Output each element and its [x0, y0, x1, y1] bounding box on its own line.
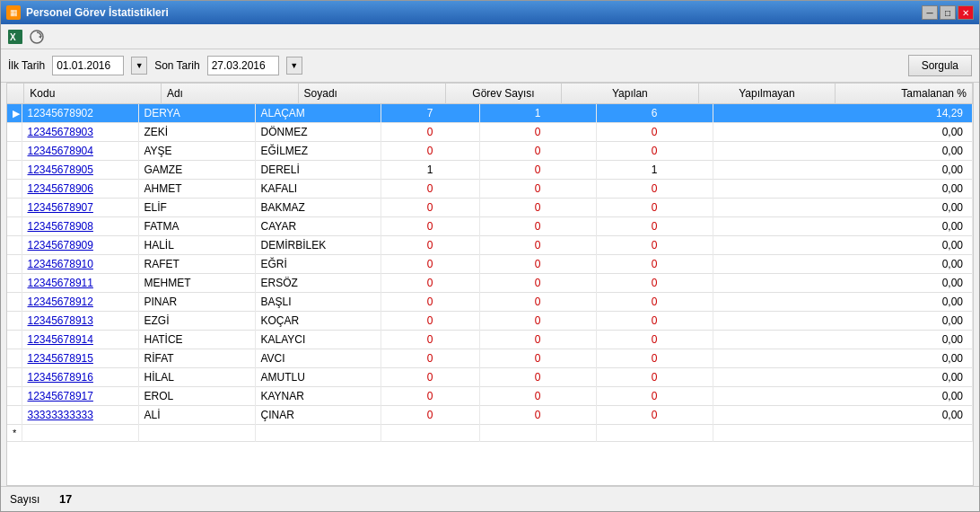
son-tarih-calendar-button[interactable]: ▼ [286, 57, 302, 75]
table-scroll-area[interactable]: ▶12345678902DERYAALAÇAM71614,29123456789… [7, 104, 973, 485]
cell-yapilmayan: 0 [596, 368, 713, 387]
cell-tamamlanan: 0,00 [713, 387, 973, 406]
row-indicator [7, 217, 22, 236]
cell-soyadi: ÇINAR [255, 406, 381, 425]
col-yapilmayan-header[interactable]: Yapılmayan [698, 84, 836, 104]
cell-gorev: 0 [381, 236, 479, 255]
cell-tamamlanan: 0,00 [713, 161, 973, 180]
table-row[interactable]: 12345678915RİFATAVCI0000,00 [7, 349, 973, 368]
cell-kodu: 12345678902 [22, 104, 138, 123]
col-adi-header[interactable]: Adı [161, 84, 298, 104]
table-row[interactable]: 12345678907ELİFBAKMAZ0000,00 [7, 199, 973, 217]
sayisi-value: 17 [45, 492, 72, 506]
new-row-cell [381, 425, 479, 442]
table-header-row: Kodu Adı Soyadı Görev Sayısı Yapılan Yap… [7, 84, 973, 104]
col-kodu-header[interactable]: Kodu [24, 84, 162, 104]
cell-adi: ZEKİ [138, 123, 255, 142]
cell-yapilan: 0 [479, 406, 596, 425]
cell-yapilan: 0 [479, 255, 596, 274]
col-gorev-header[interactable]: Görev Sayısı [445, 84, 561, 104]
cell-tamamlanan: 0,00 [713, 142, 973, 161]
cell-tamamlanan: 0,00 [713, 406, 973, 425]
cell-yapilan: 0 [479, 180, 596, 199]
new-row-cell [479, 425, 596, 442]
row-indicator [7, 161, 22, 180]
new-row[interactable]: * [7, 425, 973, 442]
table-row[interactable]: 12345678914HATİCEKALAYCI0000,00 [7, 331, 973, 349]
title-bar-buttons: ─ □ ✕ [922, 5, 974, 20]
cell-adi: GAMZE [138, 161, 255, 180]
app-icon: ▦ [6, 5, 21, 20]
cell-gorev: 0 [381, 217, 479, 236]
table-row[interactable]: 12345678916HİLALAMUTLU0000,00 [7, 368, 973, 387]
table-row[interactable]: 12345678904AYŞEEĞİLMEZ0000,00 [7, 142, 973, 161]
restore-button[interactable]: □ [940, 5, 956, 20]
table-row[interactable]: 12345678906AHMETKAFALI0000,00 [7, 180, 973, 199]
col-tamamlanan-header[interactable]: Tamalanan % [836, 84, 973, 104]
cell-kodu: 12345678907 [22, 199, 138, 217]
cell-kodu: 12345678905 [22, 161, 138, 180]
new-row-cell [255, 425, 381, 442]
cell-yapilan: 0 [479, 142, 596, 161]
table-row[interactable]: 12345678917EROLKAYNAR0000,00 [7, 387, 973, 406]
table-row[interactable]: 12345678908FATMACAYAR0000,00 [7, 217, 973, 236]
cell-tamamlanan: 0,00 [713, 236, 973, 255]
excel-icon[interactable]: X [6, 28, 24, 46]
ilk-tarih-input[interactable] [52, 56, 124, 75]
table-row[interactable]: 33333333333ALİÇINAR0000,00 [7, 406, 973, 425]
row-indicator [7, 274, 22, 293]
table-row[interactable]: 12345678910RAFETEĞRİ0000,00 [7, 255, 973, 274]
cell-gorev: 0 [381, 123, 479, 142]
cell-tamamlanan: 0,00 [713, 312, 973, 331]
close-button[interactable]: ✕ [958, 5, 974, 20]
sorgula-button[interactable]: Sorgula [908, 55, 972, 76]
cell-kodu: 12345678911 [22, 274, 138, 293]
cell-gorev: 0 [381, 142, 479, 161]
table-row[interactable]: 12345678903ZEKİDÖNMEZ0000,00 [7, 123, 973, 142]
cell-gorev: 0 [381, 199, 479, 217]
son-tarih-input[interactable] [207, 56, 279, 75]
new-row-cell [138, 425, 255, 442]
row-indicator [7, 387, 22, 406]
table-row[interactable]: ▶12345678902DERYAALAÇAM71614,29 [7, 104, 973, 123]
table-row[interactable]: 12345678912PINARBAŞLI0000,00 [7, 293, 973, 312]
cell-kodu: 12345678906 [22, 180, 138, 199]
cell-adi: FATMA [138, 217, 255, 236]
cell-kodu: 12345678903 [22, 123, 138, 142]
cell-tamamlanan: 0,00 [713, 255, 973, 274]
cell-tamamlanan: 0,00 [713, 274, 973, 293]
table-row[interactable]: 12345678911MEHMETERSÖZ0000,00 [7, 274, 973, 293]
cell-adi: ALİ [138, 406, 255, 425]
new-row-cell [713, 425, 973, 442]
cell-soyadi: KOÇAR [255, 312, 381, 331]
cell-gorev: 0 [381, 293, 479, 312]
cell-adi: EZGİ [138, 312, 255, 331]
table-row[interactable]: 12345678905GAMZEDERELİ1010,00 [7, 161, 973, 180]
cell-yapilmayan: 0 [596, 180, 713, 199]
cell-kodu: 12345678913 [22, 312, 138, 331]
minimize-button[interactable]: ─ [922, 5, 938, 20]
table-row[interactable]: 12345678909HALİLDEMİRBİLEK0000,00 [7, 236, 973, 255]
cell-tamamlanan: 0,00 [713, 368, 973, 387]
table-row[interactable]: 12345678913EZGİKOÇAR0000,00 [7, 312, 973, 331]
main-window: ▦ Personel Görev İstatistikleri ─ □ ✕ X [0, 0, 980, 512]
cell-yapilmayan: 0 [596, 349, 713, 368]
cell-yapilmayan: 0 [596, 123, 713, 142]
cell-yapilmayan: 0 [596, 274, 713, 293]
row-indicator [7, 142, 22, 161]
new-row-cell [22, 425, 138, 442]
ilk-tarih-calendar-button[interactable]: ▼ [131, 57, 147, 75]
cell-adi: PINAR [138, 293, 255, 312]
cell-kodu: 12345678910 [22, 255, 138, 274]
cell-soyadi: BAKMAZ [255, 199, 381, 217]
cell-gorev: 0 [381, 331, 479, 349]
col-soyadi-header[interactable]: Soyadı [298, 84, 445, 104]
cell-yapilmayan: 6 [596, 104, 713, 123]
cell-soyadi: EĞRİ [255, 255, 381, 274]
cell-tamamlanan: 0,00 [713, 217, 973, 236]
col-yapilan-header[interactable]: Yapılan [562, 84, 699, 104]
svg-text:X: X [10, 32, 16, 42]
refresh-icon[interactable] [28, 28, 46, 46]
cell-yapilmayan: 1 [596, 161, 713, 180]
cell-adi: HATİCE [138, 331, 255, 349]
